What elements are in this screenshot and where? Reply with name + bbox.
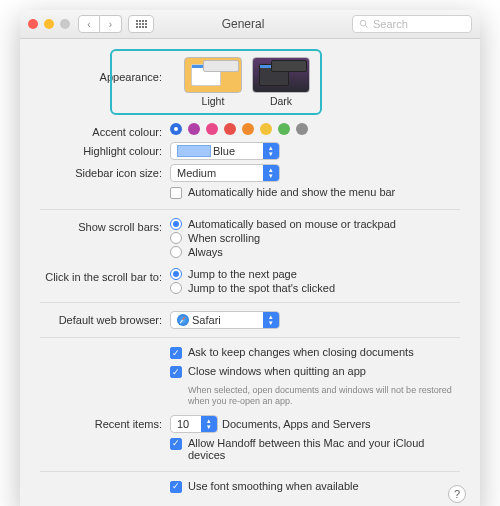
appearance-dark-option[interactable]: Dark [252, 57, 310, 107]
click-scroll-option-label: Jump to the next page [188, 268, 297, 280]
ask-keep-changes-label: Ask to keep changes when closing documen… [188, 346, 414, 358]
svg-line-1 [365, 25, 368, 28]
chevron-left-icon: ‹ [87, 19, 90, 30]
click-scroll-label: Click in the scroll bar to: [40, 268, 170, 283]
recent-items-value: 10 [177, 418, 195, 430]
accent-colour-option[interactable] [224, 123, 236, 135]
help-button[interactable]: ? [448, 485, 466, 503]
click-scroll-option-label: Jump to the spot that's clicked [188, 282, 335, 294]
highlight-label: Highlight colour: [40, 142, 170, 157]
accent-colour-option[interactable] [206, 123, 218, 135]
select-arrows-icon: ▴▾ [263, 311, 279, 329]
ask-keep-changes-checkbox[interactable]: ✓ [170, 347, 182, 359]
font-smoothing-label: Use font smoothing when available [188, 480, 359, 492]
back-button[interactable]: ‹ [78, 15, 100, 33]
search-placeholder: Search [373, 18, 408, 30]
scrollbars-radio-group: Automatically based on mouse or trackpad… [170, 218, 396, 258]
scrollbars-radio[interactable] [170, 232, 182, 244]
highlight-colour-select[interactable]: Blue ▴▾ [170, 142, 280, 160]
forward-button[interactable]: › [100, 15, 122, 33]
search-icon [359, 19, 369, 29]
accent-colour-option[interactable] [278, 123, 290, 135]
search-input[interactable]: Search [352, 15, 472, 33]
sidebar-size-value: Medium [177, 167, 222, 179]
select-arrows-icon: ▴▾ [201, 415, 217, 433]
show-all-button[interactable] [128, 15, 154, 33]
scrollbars-option-label: When scrolling [188, 232, 260, 244]
svg-point-0 [360, 20, 366, 26]
grid-icon [136, 20, 147, 28]
accent-colour-option[interactable] [260, 123, 272, 135]
accent-colour-option[interactable] [188, 123, 200, 135]
zoom-window-button[interactable] [60, 19, 70, 29]
accent-colour-option[interactable] [170, 123, 182, 135]
accent-colour-option[interactable] [296, 123, 308, 135]
recent-items-suffix: Documents, Apps and Servers [222, 418, 371, 430]
highlight-swatch [177, 145, 211, 157]
minimize-window-button[interactable] [44, 19, 54, 29]
close-window-button[interactable] [28, 19, 38, 29]
recent-items-label: Recent items: [40, 415, 170, 430]
highlight-value: Blue [213, 145, 241, 157]
handoff-checkbox[interactable]: ✓ [170, 438, 182, 450]
auto-hide-menu-checkbox[interactable] [170, 187, 182, 199]
default-browser-select[interactable]: Safari ▴▾ [170, 311, 280, 329]
font-smoothing-checkbox[interactable]: ✓ [170, 481, 182, 493]
accent-colour-option[interactable] [242, 123, 254, 135]
sidebar-size-select[interactable]: Medium ▴▾ [170, 164, 280, 182]
select-arrows-icon: ▴▾ [263, 142, 279, 160]
appearance-light-option[interactable]: Light [184, 57, 242, 107]
click-scroll-radio[interactable] [170, 282, 182, 294]
safari-icon [177, 314, 189, 326]
auto-hide-menu-label: Automatically hide and show the menu bar [188, 186, 395, 198]
click-scroll-radio-group: Jump to the next pageJump to the spot th… [170, 268, 335, 294]
scrollbars-radio[interactable] [170, 246, 182, 258]
chevron-right-icon: › [109, 19, 112, 30]
close-windows-label: Close windows when quitting an app [188, 365, 366, 377]
window-title: General [154, 17, 352, 31]
scrollbars-option-label: Automatically based on mouse or trackpad [188, 218, 396, 230]
appearance-highlight: Light Dark [110, 49, 322, 115]
recent-items-select[interactable]: 10 ▴▾ [170, 415, 218, 433]
accent-colour-picker [170, 123, 460, 135]
close-windows-note: When selected, open documents and window… [188, 385, 460, 407]
scrollbars-label: Show scroll bars: [40, 218, 170, 233]
handoff-label: Allow Handoff between this Mac and your … [188, 437, 460, 461]
select-arrows-icon: ▴▾ [263, 164, 279, 182]
scrollbars-option-label: Always [188, 246, 223, 258]
scrollbars-radio[interactable] [170, 218, 182, 230]
close-windows-checkbox[interactable]: ✓ [170, 366, 182, 378]
appearance-light-label: Light [184, 95, 242, 107]
appearance-dark-label: Dark [252, 95, 310, 107]
browser-value: Safari [192, 314, 227, 326]
browser-label: Default web browser: [40, 311, 170, 326]
question-icon: ? [454, 488, 460, 500]
accent-label: Accent colour: [40, 123, 170, 138]
sidebar-size-label: Sidebar icon size: [40, 164, 170, 179]
click-scroll-radio[interactable] [170, 268, 182, 280]
